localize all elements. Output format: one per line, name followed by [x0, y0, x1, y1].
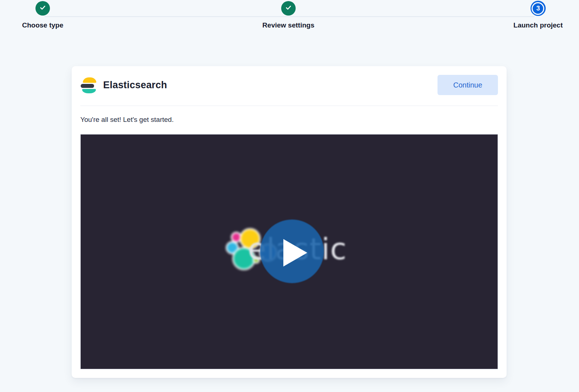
check-icon: [39, 4, 46, 13]
step-launch-project[interactable]: 3 Launch project: [514, 0, 563, 29]
page-background: { "stepper": { "steps": [ { "label": "Ch…: [0, 0, 579, 392]
play-button[interactable]: [260, 220, 324, 283]
continue-button[interactable]: Continue: [438, 75, 498, 95]
step-current-indicator: 3: [531, 1, 546, 16]
all-set-message: You're all set! Let's get started.: [80, 115, 498, 124]
header-divider: [80, 106, 498, 106]
intro-video-player[interactable]: elastic: [80, 134, 498, 369]
step-label-choose-type: Choose type: [22, 21, 63, 29]
step-label-review-settings: Review settings: [262, 21, 314, 29]
elasticsearch-logo-icon: [80, 77, 97, 93]
card-title: Elasticsearch: [103, 80, 167, 91]
product-brand: Elasticsearch: [80, 77, 167, 93]
step-label-launch-project: Launch project: [514, 21, 563, 29]
card-header: Elasticsearch Continue: [80, 75, 498, 95]
check-icon: [285, 4, 292, 13]
step-choose-type[interactable]: Choose type: [22, 0, 63, 29]
step-review-settings[interactable]: Review settings: [262, 0, 314, 29]
wizard-stepper: Choose type Review settings 3: [0, 0, 579, 47]
step-complete-indicator: [35, 1, 50, 16]
step-complete-indicator: [281, 1, 296, 16]
launch-card: Elasticsearch Continue You're all set! L…: [72, 66, 507, 378]
step-number: 3: [533, 3, 543, 14]
